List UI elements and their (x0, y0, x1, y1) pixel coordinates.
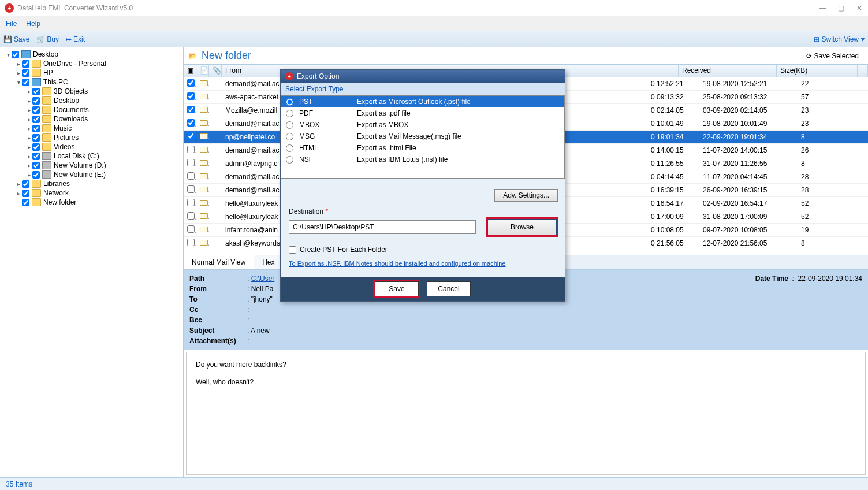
tree-arrow[interactable]: ▸ (25, 144, 32, 150)
close-button[interactable]: ✕ (855, 4, 863, 12)
tree-checkbox[interactable] (22, 199, 29, 206)
tree-arrow[interactable]: ▸ (15, 190, 22, 196)
export-radio[interactable] (286, 133, 293, 140)
tab-hex-view[interactable]: Hex (254, 255, 283, 269)
tree-item[interactable]: ▸Local Disk (C:) (0, 151, 183, 161)
tree-item[interactable]: ▸Music (0, 124, 183, 133)
tree-item[interactable]: ▸Documents (0, 105, 183, 114)
tree-item[interactable]: ▸Libraries (0, 179, 183, 188)
browse-button[interactable]: Browse (487, 219, 557, 235)
tree-item[interactable]: ▸3D Objects (0, 87, 183, 96)
tree-item[interactable]: ▸Videos (0, 142, 183, 151)
maximize-button[interactable]: ▢ (837, 4, 845, 12)
nsf-note-link[interactable]: To Export as .NSF, IBM Notes should be i… (289, 260, 505, 267)
dialog-title-bar[interactable]: + Export Option (281, 70, 565, 83)
minimize-button[interactable]: — (818, 4, 826, 12)
export-option[interactable]: MBOXExport as MBOX (281, 119, 564, 131)
switch-view-button[interactable]: ⊞Switch View ▾ (814, 35, 865, 43)
tree-item[interactable]: ▸New Volume (D:) (0, 161, 183, 170)
tree-checkbox[interactable] (32, 171, 40, 179)
tree-item[interactable]: ▸Pictures (0, 133, 183, 142)
row-checkbox[interactable] (187, 212, 195, 220)
tree-arrow[interactable]: ▸ (25, 107, 32, 113)
tree-arrow[interactable]: ▸ (25, 135, 32, 141)
row-checkbox[interactable] (187, 159, 195, 166)
toolbar-exit[interactable]: ↦Exit (66, 35, 85, 43)
save-selected-button[interactable]: ⟳Save Selected (802, 51, 863, 61)
row-checkbox[interactable] (187, 146, 195, 153)
tree-arrow[interactable]: ▸ (15, 61, 22, 67)
tree-checkbox[interactable] (22, 180, 29, 188)
row-checkbox[interactable] (187, 172, 195, 180)
export-option[interactable]: HTMLExport as .html File (281, 142, 564, 154)
destination-input[interactable] (289, 220, 476, 234)
tree-checkbox[interactable] (32, 116, 40, 123)
tree-arrow[interactable]: ▸ (25, 162, 32, 169)
toolbar-buy[interactable]: 🛒Buy (36, 35, 59, 43)
tree-arrow[interactable]: ▸ (15, 181, 22, 187)
export-radio[interactable] (286, 121, 293, 129)
tree-item[interactable]: ▾This PC (0, 77, 183, 87)
tree-arrow[interactable]: ▾ (15, 79, 22, 86)
create-pst-checkbox[interactable]: Create PST For Each Folder (289, 246, 557, 254)
tree-checkbox[interactable] (22, 69, 29, 77)
tree-checkbox[interactable] (22, 190, 29, 197)
tab-normal-view[interactable]: Normal Mail View (184, 255, 254, 269)
export-option[interactable]: NSFExport as IBM Lotus (.nsf) file (281, 154, 564, 165)
tree-checkbox[interactable] (32, 153, 40, 160)
row-checkbox[interactable] (187, 185, 195, 193)
tree-item[interactable]: ▸New Volume (E:) (0, 170, 183, 179)
tree-item[interactable]: ▾Desktop (0, 50, 183, 59)
menu-help[interactable]: Help (26, 20, 40, 28)
row-checkbox[interactable] (187, 106, 195, 113)
tree-checkbox[interactable] (22, 60, 29, 68)
tree-checkbox[interactable] (12, 51, 19, 58)
tree-checkbox[interactable] (32, 162, 40, 169)
export-radio[interactable] (286, 156, 293, 164)
row-checkbox[interactable] (187, 119, 195, 127)
export-type-list[interactable]: PSTExport as Microsoft Outlook (.pst) fi… (281, 95, 565, 179)
tree-arrow[interactable]: ▸ (25, 88, 32, 95)
menu-file[interactable]: File (6, 20, 17, 28)
row-checkbox[interactable] (187, 225, 195, 233)
export-radio[interactable] (286, 144, 293, 152)
detail-path-value[interactable]: C:\User (251, 274, 275, 283)
export-option[interactable]: PDFExport as .pdf file (281, 107, 564, 119)
tree-arrow[interactable]: ▸ (25, 153, 32, 159)
tree-item[interactable]: ▸Network (0, 188, 183, 198)
tree-arrow[interactable]: ▸ (15, 70, 22, 76)
export-radio[interactable] (286, 98, 293, 106)
row-checkbox[interactable] (187, 199, 195, 206)
cancel-button[interactable]: Cancel (427, 281, 471, 296)
col-checkbox[interactable]: ▣ (184, 65, 196, 77)
tree-arrow[interactable]: ▸ (25, 98, 32, 104)
save-button[interactable]: Save (375, 281, 419, 296)
tree-arrow[interactable]: ▸ (25, 125, 32, 132)
export-option[interactable]: MSGExport as Mail Message(.msg) file (281, 131, 564, 142)
tree-checkbox[interactable] (32, 88, 40, 95)
tree-item[interactable]: ▸OneDrive - Personal (0, 59, 183, 68)
adv-settings-button[interactable]: Adv. Settings... (494, 189, 558, 202)
tree-arrow[interactable]: ▸ (25, 172, 32, 178)
row-checkbox[interactable] (187, 92, 195, 100)
tree-item[interactable]: ▸HP (0, 68, 183, 77)
tree-checkbox[interactable] (32, 134, 40, 142)
row-checkbox[interactable] (187, 79, 195, 87)
tree-checkbox[interactable] (32, 97, 40, 105)
tree-checkbox[interactable] (32, 106, 40, 114)
tree-item[interactable]: ▸Desktop (0, 96, 183, 105)
col-received[interactable]: Received (679, 65, 777, 77)
export-radio[interactable] (286, 110, 293, 117)
tree-checkbox[interactable] (32, 125, 40, 132)
folder-tree[interactable]: ▾Desktop▸OneDrive - Personal▸HP▾This PC▸… (0, 47, 184, 477)
tree-checkbox[interactable] (22, 79, 29, 86)
tree-item[interactable]: ▸Downloads (0, 114, 183, 124)
tree-item[interactable]: New folder (0, 198, 183, 207)
row-checkbox[interactable] (187, 132, 195, 140)
toolbar-save[interactable]: 💾Save (3, 35, 29, 43)
mail-body[interactable]: Do you want more backlinks? Well, who do… (186, 352, 866, 475)
tree-arrow[interactable]: ▾ (5, 51, 12, 58)
tree-checkbox[interactable] (32, 143, 40, 151)
tree-arrow[interactable]: ▸ (25, 116, 32, 122)
col-size[interactable]: Size(KB) (777, 65, 858, 77)
